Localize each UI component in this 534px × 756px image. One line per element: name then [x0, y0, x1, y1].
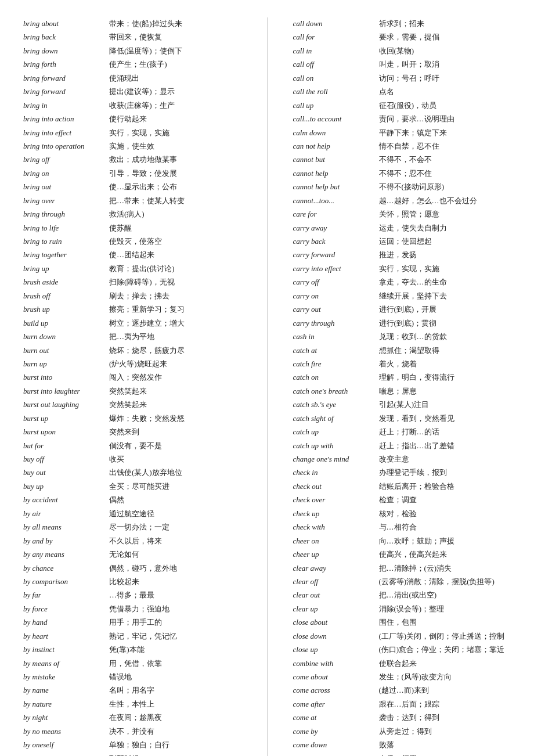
- phrase: come at: [293, 711, 374, 723]
- phrase: call the roll: [293, 85, 374, 98]
- list-item: cannot...too...越…越好，怎么…也不会过分: [293, 195, 511, 207]
- definition: (工厂等)关闭，倒闭；停止播送；控制: [379, 630, 511, 642]
- phrase: bring back: [23, 31, 104, 43]
- phrase: bring to life: [23, 222, 104, 234]
- phrase: by force: [23, 603, 104, 615]
- phrase: close up: [293, 643, 374, 656]
- definition: 赶上；打断…的话: [379, 426, 511, 438]
- definition: 平静下来；镇定下来: [379, 127, 511, 139]
- definition: 祈求到；招来: [379, 17, 511, 30]
- phrase: bring up: [23, 262, 104, 275]
- list-item: cheer up使高兴，使高兴起来: [293, 548, 511, 560]
- definition: 使…团结起来: [109, 249, 241, 261]
- definition: 使涌现出: [109, 72, 241, 84]
- list-item: brush off刷去；掸去；拂去: [23, 290, 241, 302]
- list-item: can not help情不自禁，忍不住: [293, 140, 511, 152]
- list-item: carry off拿走，夺去…的生命: [293, 276, 511, 288]
- phrase: by air: [23, 507, 104, 520]
- list-item: brush aside扫除(障碍等)，无视: [23, 276, 241, 288]
- list-item: bring out使…显示出来；公布: [23, 181, 241, 193]
- phrase: check in: [293, 466, 374, 478]
- definition: 申斥；惩罚: [379, 753, 511, 756]
- phrase: cash in: [293, 330, 374, 343]
- phrase: but for: [23, 440, 104, 452]
- definition: 围住，包围: [379, 616, 511, 628]
- phrase: bring over: [23, 195, 104, 207]
- list-item: by air通过航空途径: [23, 507, 241, 520]
- list-item: bring down降低(温度等)；使倒下: [23, 45, 241, 57]
- list-item: call off叫走，叫开；取消: [293, 58, 511, 70]
- list-item: by accident偶然: [23, 494, 241, 506]
- definition: 树立；逐步建立；增大: [109, 317, 241, 329]
- list-item: bring to life使苏醒: [23, 222, 241, 234]
- phrase: cannot help but: [293, 181, 374, 193]
- list-item: cannot help but不得不(接动词原形): [293, 181, 511, 193]
- definition: 使毁灭，使落空: [109, 235, 241, 247]
- definition: 熟记，牢记，凭记忆: [109, 630, 241, 642]
- definition: 使产生；生(孩子): [109, 58, 241, 70]
- list-item: come down on申斥；惩罚: [293, 753, 511, 756]
- definition: 发现，看到，突然看见: [379, 412, 511, 424]
- phrase: call up: [293, 99, 374, 111]
- definition: 败落: [379, 739, 511, 751]
- list-item: carry through进行(到底)；贯彻: [293, 317, 511, 329]
- list-item: bring through救活(病人): [23, 208, 241, 220]
- definition: 跟在…后面；跟踪: [379, 698, 511, 710]
- phrase: by hand: [23, 616, 104, 628]
- phrase: by heart: [23, 630, 104, 642]
- phrase: carry back: [293, 235, 374, 247]
- list-item: call the roll点名: [293, 85, 511, 98]
- list-item: come at袭击；达到；得到: [293, 711, 511, 723]
- phrase: by accident: [23, 494, 104, 506]
- definition: 理解，明白，变得流行: [379, 371, 511, 383]
- definition: 想抓住；渴望取得: [379, 344, 511, 357]
- definition: 检查；调查: [379, 494, 511, 506]
- phrase: bring out: [23, 181, 104, 193]
- phrase: buy off: [23, 453, 104, 465]
- phrase: come after: [293, 698, 374, 710]
- definition: 凭(靠)本能: [109, 643, 241, 656]
- phrase: change one's mind: [293, 453, 374, 465]
- phrase: catch sight of: [293, 412, 374, 424]
- list-item: check in办理登记手续，报到: [293, 466, 511, 478]
- definition: (炉火等)烧旺起来: [109, 358, 241, 370]
- phrase: come down: [293, 739, 374, 751]
- list-item: cheer on向…欢呼；鼓励；声援: [293, 535, 511, 547]
- definition: 不得不(接动词原形): [379, 181, 511, 193]
- definition: 把…清出(或出空): [379, 589, 511, 601]
- definition: 消除(误会等)；整理: [379, 603, 511, 615]
- list-item: by hand用手；用手工的: [23, 616, 241, 628]
- phrase: carry forward: [293, 249, 374, 261]
- list-item: bring over把…带来；使某人转变: [23, 195, 241, 207]
- phrase: by name: [23, 684, 104, 696]
- definition: 实行，实现，实施: [109, 127, 241, 139]
- list-item: by force凭借暴力；强迫地: [23, 603, 241, 615]
- list-item: catch fire着火，烧着: [293, 358, 511, 370]
- phrase: bring together: [23, 249, 104, 261]
- definition: 单独；独自；自行: [109, 739, 241, 751]
- list-item: bring in收获(庄稼等)；生产: [23, 99, 241, 111]
- list-item: call up征召(服役)，动员: [293, 99, 511, 111]
- phrase: by no means: [23, 725, 104, 737]
- list-item: bring into effect实行，实现，实施: [23, 127, 241, 139]
- phrase: clear away: [293, 562, 374, 574]
- phrase: bring down: [23, 45, 104, 57]
- list-item: buy up全买；尽可能买进: [23, 480, 241, 492]
- definition: (云雾等)消散；清除，摆脱(负担等): [379, 575, 511, 588]
- phrase: clear off: [293, 575, 374, 588]
- list-item: burn out烧坏；烧尽，筋疲力尽: [23, 344, 241, 357]
- phrase: by means of: [23, 657, 104, 669]
- phrase: cannot...too...: [293, 195, 374, 207]
- list-item: come by从旁走过；得到: [293, 725, 511, 737]
- definition: 突然笑起来: [109, 398, 241, 411]
- list-item: burst upon突然来到: [23, 426, 241, 438]
- definition: 爆炸；失败；突然发怒: [109, 412, 241, 424]
- list-item: by the moment到那时候: [23, 753, 241, 756]
- definition: 凭借暴力；强迫地: [109, 603, 241, 615]
- definition: 突然笑起来: [109, 385, 241, 397]
- phrase: close about: [293, 616, 374, 628]
- phrase: build up: [23, 317, 104, 329]
- list-item: check over检查；调查: [293, 494, 511, 506]
- definition: 用，凭借，依靠: [109, 657, 241, 669]
- list-item: burst into闯入；突然发作: [23, 371, 241, 383]
